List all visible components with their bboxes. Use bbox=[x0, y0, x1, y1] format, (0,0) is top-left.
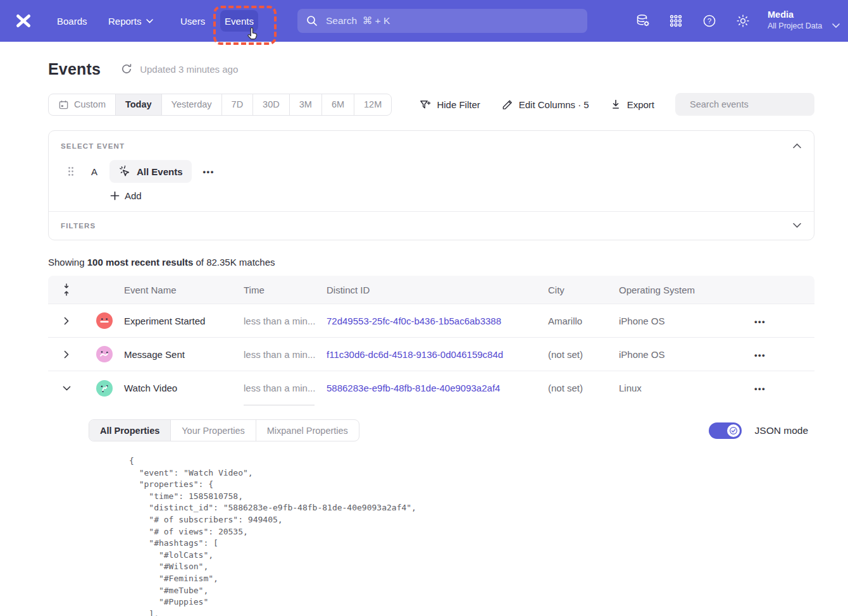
range-yesterday[interactable]: Yesterday bbox=[162, 94, 222, 115]
add-event-label: Add bbox=[125, 190, 142, 201]
collapse-all-icon[interactable] bbox=[48, 283, 85, 297]
hide-filter-button[interactable]: Hide Filter bbox=[419, 99, 480, 111]
range-6m[interactable]: 6M bbox=[322, 94, 354, 115]
table-header-row: Event Name Time Distinct ID City Operati… bbox=[48, 276, 814, 304]
refresh-icon[interactable] bbox=[120, 62, 134, 76]
cell-time: less than a min... bbox=[244, 316, 327, 326]
table-row: Experiment Started less than a min... 72… bbox=[48, 304, 814, 338]
edit-columns-button[interactable]: Edit Columns · 5 bbox=[501, 99, 589, 111]
tab-mixpanel-properties-label: Mixpanel Properties bbox=[267, 426, 348, 436]
drag-handle-icon[interactable] bbox=[67, 166, 75, 177]
header-distinct-id: Distinct ID bbox=[327, 285, 548, 295]
json-mode-toggle[interactable] bbox=[709, 422, 742, 439]
row-more-options-icon[interactable]: ••• bbox=[752, 350, 766, 360]
results-prefix: Showing bbox=[48, 257, 87, 268]
row-more-options-icon[interactable]: ••• bbox=[752, 384, 766, 393]
cell-event-name: Watch Video bbox=[124, 383, 244, 393]
nav-item-boards[interactable]: Boards bbox=[57, 0, 87, 42]
events-table: Event Name Time Distinct ID City Operati… bbox=[48, 276, 814, 616]
nav-item-boards-label: Boards bbox=[57, 16, 87, 27]
cell-os: iPhone OS bbox=[619, 349, 752, 360]
help-icon[interactable]: ? bbox=[702, 13, 717, 28]
event-more-options-icon[interactable]: ••• bbox=[203, 167, 215, 176]
plus-icon bbox=[110, 191, 120, 200]
search-events-input[interactable] bbox=[689, 99, 809, 110]
range-3m[interactable]: 3M bbox=[290, 94, 322, 115]
edit-columns-label: Edit Columns · 5 bbox=[519, 99, 589, 110]
settings-gear-icon[interactable] bbox=[735, 13, 751, 28]
range-12m[interactable]: 12M bbox=[354, 94, 391, 115]
funnel-plus-icon bbox=[419, 99, 431, 111]
nav-item-reports[interactable]: Reports bbox=[108, 0, 153, 42]
cell-time: less than a min... bbox=[244, 383, 327, 393]
results-suffix: of 82.35K matches bbox=[193, 257, 275, 268]
toggle-knob bbox=[727, 424, 740, 437]
event-avatar bbox=[96, 312, 113, 329]
add-event-button[interactable]: Add bbox=[110, 190, 142, 201]
nav-item-events-label: Events bbox=[225, 16, 254, 27]
tab-your-properties-label: Your Properties bbox=[182, 426, 244, 436]
row-more-options-icon[interactable]: ••• bbox=[752, 317, 766, 326]
global-search-input[interactable] bbox=[325, 15, 578, 27]
check-icon bbox=[730, 427, 737, 434]
range-custom-label: Custom bbox=[74, 99, 106, 109]
range-12m-label: 12M bbox=[364, 99, 382, 109]
event-avatar bbox=[96, 346, 113, 362]
selected-event-name: All Events bbox=[137, 166, 183, 177]
range-today[interactable]: Today bbox=[116, 94, 162, 115]
distinct-id-link[interactable]: f11c30d6-dc6d-4518-9136-0d046159c84d bbox=[327, 349, 503, 360]
project-name: Media bbox=[768, 8, 822, 21]
cell-event-name: Experiment Started bbox=[124, 316, 244, 326]
expand-row-chevron-right-icon[interactable] bbox=[58, 312, 75, 329]
search-events[interactable] bbox=[675, 93, 814, 116]
query-builder-card: SELECT EVENT A bbox=[48, 130, 814, 240]
project-selector[interactable]: Media All Project Data bbox=[768, 8, 822, 32]
range-today-label: Today bbox=[125, 99, 152, 109]
event-json-view: { "event": "Watch Video", "properties": … bbox=[89, 455, 814, 616]
distinct-id-link[interactable]: 5886283e-e9fb-48fb-81de-40e9093a2af4 bbox=[327, 383, 500, 393]
expand-filters-chevron-down-icon[interactable] bbox=[793, 223, 802, 229]
range-7d[interactable]: 7D bbox=[222, 94, 254, 115]
download-icon bbox=[610, 99, 621, 110]
global-search[interactable] bbox=[297, 9, 587, 33]
table-row: Message Sent less than a min... f11c30d6… bbox=[48, 338, 814, 371]
apps-grid-icon[interactable] bbox=[668, 13, 683, 28]
cell-os: iPhone OS bbox=[619, 316, 752, 326]
event-selector-pill[interactable]: All Events bbox=[109, 160, 192, 183]
page-title: Events bbox=[48, 60, 101, 78]
data-management-icon[interactable] bbox=[635, 13, 651, 28]
export-label: Export bbox=[627, 99, 654, 110]
magic-cursor-icon bbox=[118, 165, 132, 178]
distinct-id-link[interactable]: 72d49553-25fc-4f0c-b436-1b5ac6ab3388 bbox=[327, 316, 501, 326]
project-chevron-down-icon[interactable] bbox=[832, 23, 840, 28]
range-30d[interactable]: 30D bbox=[253, 94, 290, 115]
tab-your-properties[interactable]: Your Properties bbox=[171, 420, 256, 441]
project-scope: All Project Data bbox=[768, 21, 822, 32]
event-row-letter: A bbox=[91, 166, 99, 177]
header-event-name: Event Name bbox=[124, 285, 244, 295]
results-count: 100 most recent results bbox=[87, 257, 194, 268]
cell-os: Linux bbox=[619, 383, 752, 393]
collapse-row-chevron-down-icon[interactable] bbox=[58, 380, 75, 397]
nav-item-users[interactable]: Users bbox=[180, 0, 205, 42]
cell-event-name: Message Sent bbox=[124, 349, 244, 360]
range-yesterday-label: Yesterday bbox=[171, 99, 212, 109]
cell-time: less than a min... bbox=[244, 349, 327, 360]
nav-item-users-label: Users bbox=[180, 16, 205, 27]
nav-item-events[interactable]: Events bbox=[220, 10, 258, 32]
table-row-expanded: Watch Video less than a min... 5886283e-… bbox=[48, 371, 814, 405]
tab-mixpanel-properties[interactable]: Mixpanel Properties bbox=[256, 420, 359, 441]
range-custom[interactable]: Custom bbox=[49, 94, 116, 115]
mixpanel-logo[interactable] bbox=[15, 0, 32, 42]
divider bbox=[244, 405, 315, 405]
chevron-down-icon bbox=[146, 19, 153, 23]
tab-all-properties[interactable]: All Properties bbox=[89, 420, 171, 441]
json-mode-label: JSON mode bbox=[755, 425, 808, 436]
collapse-section-chevron-up-icon[interactable] bbox=[793, 143, 802, 149]
filters-label: FILTERS bbox=[61, 222, 96, 230]
expand-row-chevron-right-icon[interactable] bbox=[58, 346, 75, 362]
search-icon bbox=[306, 15, 318, 27]
tab-all-properties-label: All Properties bbox=[100, 426, 159, 436]
cell-city: Amarillo bbox=[548, 316, 619, 326]
export-button[interactable]: Export bbox=[610, 99, 654, 110]
